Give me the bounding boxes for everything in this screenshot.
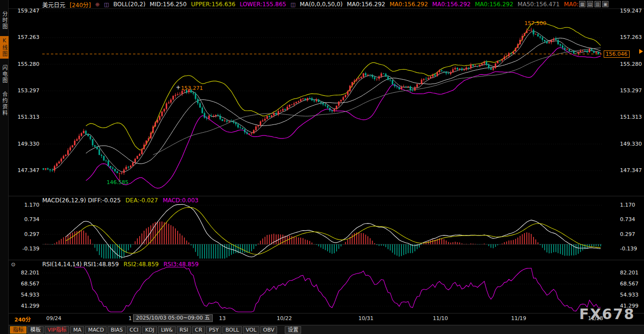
ma50-value: MA50:156.471 bbox=[518, 1, 560, 8]
rsi-axis-label: 54.933 bbox=[620, 292, 644, 298]
tab-macd[interactable]: MACD bbox=[85, 326, 107, 334]
tab-kdj[interactable]: KDJ bbox=[142, 326, 157, 334]
price-axis-label: 147.347 bbox=[620, 167, 644, 173]
left-sidebar: 分时图 K线图 闪电图 合约资料 bbox=[0, 0, 9, 334]
symbol-name: 美元日元 bbox=[42, 0, 65, 9]
price-axis-label: 149.330 bbox=[14, 141, 39, 147]
macd-axis-label: -0.139 bbox=[14, 246, 39, 252]
macd-diff-value: MACD(26,12,9) DIFF:-0.025 bbox=[42, 197, 121, 204]
header-bar: 美元日元 [240分] ⊕ ◫ BOLL(20,2) MID:156.250 U… bbox=[42, 0, 582, 9]
tab-indicator[interactable]: 指标 bbox=[10, 326, 26, 334]
macd-axis-label: 0.734 bbox=[620, 216, 644, 223]
price-axis-label: 147.347 bbox=[14, 167, 39, 173]
macd-axis-label: 0.297 bbox=[620, 231, 644, 237]
rsi-axis-label: 82.201 bbox=[620, 270, 644, 276]
price-chart-canvas[interactable] bbox=[0, 0, 644, 334]
macd-panel-header: MACD(26,12,9) DIFF:-0.025 DEA:-0.027 MAC… bbox=[42, 197, 198, 204]
price-axis-label: 153.297 bbox=[14, 87, 39, 94]
rsi3-value: RSI3:48.859 bbox=[163, 261, 198, 268]
price-axis-label: 155.280 bbox=[620, 61, 644, 67]
tab-rsi[interactable]: RSI bbox=[177, 326, 191, 334]
rsi-axis-label: 54.933 bbox=[14, 292, 39, 298]
time-tick: 1 bbox=[129, 315, 132, 322]
price-axis-label: 151.313 bbox=[620, 114, 644, 120]
ma-value-4: MA0:156.292 bbox=[475, 1, 513, 8]
price-axis-label: 157.263 bbox=[620, 34, 644, 40]
tab-cci[interactable]: CCI bbox=[127, 326, 142, 334]
grid-layout-icon[interactable]: ▦ bbox=[579, 1, 585, 7]
time-tick: 10/31 bbox=[358, 315, 374, 322]
price-axis-label: 149.330 bbox=[620, 141, 644, 147]
price-axis-label: 157.263 bbox=[14, 34, 39, 40]
ma-indicator-icon[interactable]: ◫ bbox=[291, 2, 295, 7]
ma-value-2: MA0:156.292 bbox=[389, 1, 428, 8]
rsi-panel-header: RSI(14,14,14) RSI1:48.859 RSI2:48.859 RS… bbox=[42, 261, 199, 268]
time-tick: 11/19 bbox=[511, 315, 526, 322]
crosshair-date-tooltip: 2025/10/03 05:00~09:00 五 bbox=[133, 314, 213, 322]
rsi-axis-label: 68.567 bbox=[620, 281, 644, 287]
time-tick: 11/10 bbox=[433, 315, 448, 322]
rsi-axis-label: 68.567 bbox=[14, 281, 39, 287]
tab-lwr[interactable]: LW& bbox=[158, 326, 176, 334]
trading-app-window: 美元日元 [240分] ⊕ ◫ BOLL(20,2) MID:156.250 U… bbox=[0, 0, 644, 334]
price-axis-label: 151.313 bbox=[14, 114, 39, 120]
tab-boll[interactable]: BOLL bbox=[222, 326, 242, 334]
tab-template[interactable]: 模板 bbox=[27, 326, 44, 334]
boll-indicator-icon[interactable]: ◫ bbox=[104, 2, 109, 7]
rally-peak-annotation: 153.271 bbox=[181, 85, 203, 91]
period-label[interactable]: [240分] bbox=[70, 0, 91, 9]
ma-value-1: MA0:156.292 bbox=[347, 1, 385, 8]
single-pane-icon[interactable]: ▣ bbox=[602, 1, 608, 7]
ma-params: MA(0,0,0,50,0) bbox=[300, 1, 342, 8]
sidebar-item-lightning-chart[interactable]: 闪电图 bbox=[0, 63, 9, 85]
macd-axis-label: 1.170 bbox=[620, 202, 644, 208]
price-axis-label: 159.247 bbox=[620, 8, 644, 14]
macd-axis-label: -0.139 bbox=[620, 246, 644, 252]
timeframe-label[interactable]: 240分 bbox=[14, 315, 31, 323]
scroll-to-latest-icon[interactable] bbox=[639, 49, 643, 54]
tab-vip-indicator[interactable]: VIP指标 bbox=[45, 326, 69, 334]
last-price-marker: 156.046 bbox=[604, 50, 630, 58]
low-price-annotation: 146.585 bbox=[107, 179, 129, 186]
rsi-axis-label: 41.299 bbox=[14, 303, 39, 309]
price-axis-label: 159.247 bbox=[14, 8, 39, 14]
tab-ma[interactable]: MA bbox=[70, 326, 84, 334]
sidebar-item-timeshare-chart[interactable]: 分时图 bbox=[0, 10, 9, 31]
vertical-tile-icon[interactable]: ▥ bbox=[595, 1, 601, 7]
boll-lower-value: LOWER:155.865 bbox=[240, 1, 286, 8]
tab-bias[interactable]: BIAS bbox=[108, 326, 125, 334]
price-axis-label: 153.297 bbox=[620, 87, 644, 94]
fx678-watermark: FX678 bbox=[579, 306, 635, 322]
macd-axis-label: 1.170 bbox=[14, 202, 39, 208]
boll-upper-value: UPPER:156.636 bbox=[191, 1, 235, 8]
time-tick: 13 bbox=[219, 315, 226, 322]
tab-cr[interactable]: CR bbox=[192, 326, 205, 334]
price-axis-label: 155.280 bbox=[14, 61, 39, 67]
macd-dea-value: DEA:-0.027 bbox=[125, 197, 158, 204]
tab-obv[interactable]: OBV bbox=[260, 326, 277, 334]
crosshair-marker-icon: + bbox=[176, 84, 181, 91]
window-controls: ▦ ▤ ▥ ▣ bbox=[579, 1, 608, 7]
indicator-toolbar: 指标 模板 VIP指标 MA MACD BIAS CCI KDJ LW& RSI… bbox=[9, 325, 644, 334]
rsi1-value: RSI(14,14,14) RSI1:48.859 bbox=[42, 261, 119, 268]
boll-params: BOLL(20,2) bbox=[113, 1, 146, 8]
horizontal-tile-icon[interactable]: ▤ bbox=[587, 1, 593, 7]
rsi-axis-label: 82.201 bbox=[14, 270, 39, 276]
macd-bar-value: MACD:0.003 bbox=[163, 197, 198, 204]
time-tick: 10/22 bbox=[277, 315, 292, 322]
macd-axis-label: 0.734 bbox=[14, 216, 39, 223]
pin-icon[interactable]: ⊕ bbox=[95, 2, 99, 7]
sidebar-item-kline-chart[interactable]: K线图 bbox=[0, 36, 9, 59]
time-tick: 09/24 bbox=[46, 315, 61, 322]
ma-value-3: MA0:156.292 bbox=[432, 1, 471, 8]
sidebar-item-contract-info[interactable]: 合约资料 bbox=[0, 90, 9, 118]
macd-axis-label: 0.297 bbox=[14, 231, 39, 237]
tab-psy[interactable]: PSY bbox=[206, 326, 221, 334]
tab-vol[interactable]: VOL bbox=[243, 326, 259, 334]
tab-settings[interactable]: 设置 bbox=[285, 326, 301, 334]
high-price-annotation: 157.500 bbox=[524, 20, 547, 26]
rsi-panel-icon[interactable]: ⊙ bbox=[11, 261, 15, 268]
boll-mid-value: MID:156.250 bbox=[150, 1, 187, 8]
rsi2-value: RSI2:48.859 bbox=[123, 261, 158, 268]
